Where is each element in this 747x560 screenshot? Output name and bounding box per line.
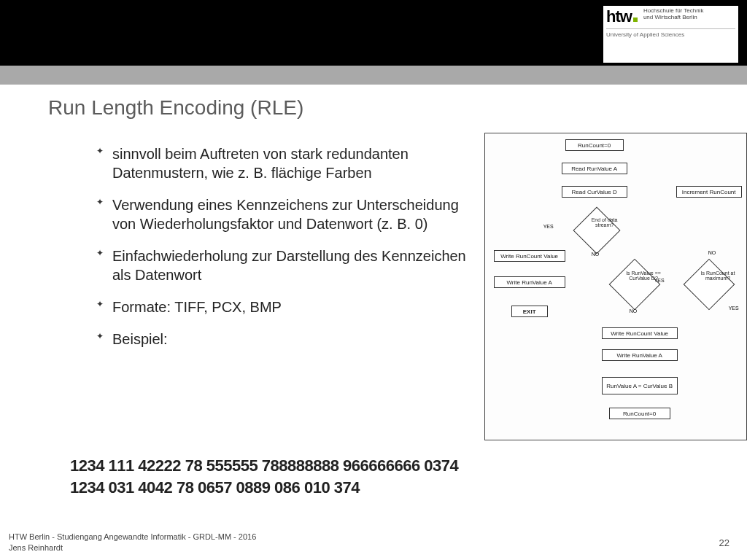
flowchart-diagram: RunCount=0 Read RunValue A Read CurValue… — [484, 133, 747, 440]
fc-node: Write RunCount Value — [494, 250, 565, 262]
fc-decision: Is RunCount at maximum? — [683, 259, 735, 311]
top-black-bar: htw Hochschule für Technik und Wirtschaf… — [0, 0, 747, 66]
logo-subtitle: University of Applied Sciences — [606, 31, 735, 38]
list-item: sinnvoll beim Auftreten von stark redund… — [99, 144, 477, 182]
list-item: Formate: TIFF, PCX, BMP — [99, 298, 477, 316]
fc-node: Read CurValue D — [562, 186, 627, 198]
footer-line1: HTW Berlin - Studiengang Angewandte Info… — [9, 532, 256, 542]
fc-node-exit: EXIT — [511, 306, 548, 317]
gray-bar — [0, 66, 747, 85]
fc-node: RunCount=0 — [565, 139, 624, 151]
fc-label-yes: YES — [543, 224, 554, 229]
footer-line2: Jens Reinhardt — [9, 542, 256, 553]
fc-decision: Is RunValue == CurValue D? — [608, 259, 660, 311]
fc-node: RunValue A = CurValue B — [602, 377, 678, 394]
page-number: 22 — [719, 537, 729, 548]
logo-mark: htw — [606, 7, 638, 26]
slide-title: Run Length Encoding (RLE) — [48, 96, 747, 120]
logo-text: Hochschule für Technik und Wirtschaft Be… — [643, 7, 704, 20]
footer: HTW Berlin - Studiengang Angewandte Info… — [9, 532, 256, 553]
fc-node: Read RunValue A — [562, 163, 627, 174]
list-item: Beispiel: — [99, 330, 477, 349]
example-line1: 1234 111 42222 78 555555 788888888 96666… — [70, 456, 747, 475]
example-block: 1234 111 42222 78 555555 788888888 96666… — [70, 456, 747, 497]
fc-label-yes: YES — [729, 306, 739, 311]
fc-label-no: NO — [630, 308, 638, 314]
fc-decision: End of data stream? — [573, 206, 620, 254]
fc-node: Write RunCount Value — [602, 327, 678, 339]
fc-node: Increment RunCount — [676, 186, 742, 198]
list-item: Verwendung eines Kennzeichens zur Unters… — [99, 195, 477, 233]
list-item: Einfachwiederholung zur Darstellung des … — [99, 246, 477, 284]
fc-node: RunCount=0 — [609, 408, 670, 419]
logo-block: htw Hochschule für Technik und Wirtschaf… — [603, 6, 738, 63]
logo-dot-icon — [633, 18, 638, 22]
fc-node: Write RunValue A — [494, 276, 565, 288]
fc-node: Write RunValue A — [602, 349, 678, 361]
bullet-list: sinnvoll beim Auftreten von stark redund… — [70, 144, 477, 362]
example-line2: 1234 031 4042 78 0657 0889 086 010 374 — [70, 478, 747, 497]
fc-label-no: NO — [592, 252, 600, 257]
fc-label-no: NO — [708, 250, 716, 255]
fc-label-yes: YES — [654, 278, 665, 283]
logo-divider — [606, 28, 735, 29]
